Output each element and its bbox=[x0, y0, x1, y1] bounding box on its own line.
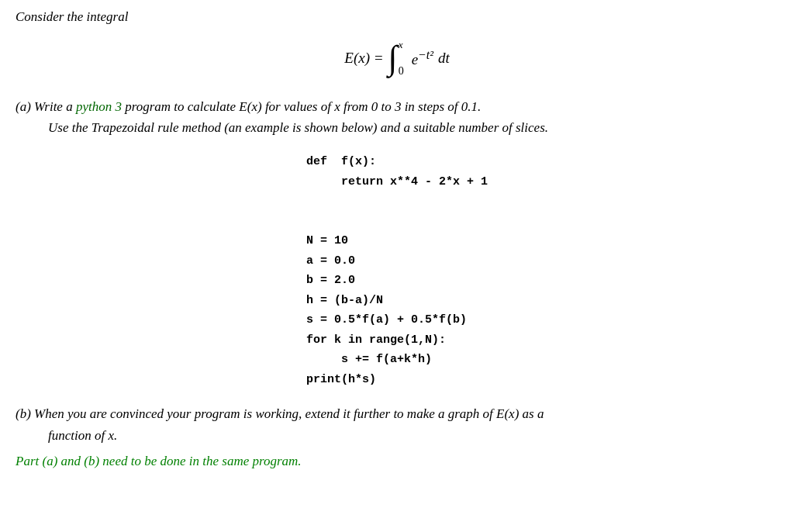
code-block: def f(x): return x**4 - 2*x + 1 N = 10 a… bbox=[16, 152, 778, 389]
code-line-blank1 bbox=[306, 192, 488, 212]
integral-limits: x 0 bbox=[399, 39, 404, 78]
integral-wrapper: ∫ x 0 bbox=[388, 39, 404, 78]
integral-symbol: ∫ bbox=[388, 41, 398, 75]
dt: dt bbox=[438, 50, 450, 67]
code-line-blank2 bbox=[306, 212, 488, 232]
part-a-text4: from 0 to 3 in steps of 0.1. bbox=[340, 99, 482, 114]
upper-limit: x bbox=[399, 39, 403, 51]
formula: E(x) = ∫ x 0 e−t² dt bbox=[344, 39, 449, 78]
formula-lhs: E(x) = bbox=[344, 50, 383, 67]
part-b-period: . bbox=[114, 428, 117, 443]
part-a-text3: for values of bbox=[262, 99, 335, 114]
integrand-exp: −t² bbox=[418, 48, 433, 61]
python-highlight: python 3 bbox=[76, 99, 122, 114]
code-line-9: print(h*s) bbox=[306, 370, 488, 390]
part-a-label: (a) bbox=[16, 99, 31, 114]
integrand-base: e bbox=[412, 51, 418, 67]
intro-text: Consider the integral bbox=[16, 9, 778, 25]
part-b-ex: E(x) bbox=[496, 406, 519, 421]
part-a: (a) Write a python 3 program to calculat… bbox=[16, 96, 778, 138]
code-line-2: N = 10 bbox=[306, 231, 488, 251]
part-b-indent: function of x. bbox=[48, 425, 778, 446]
code-inner: def f(x): return x**4 - 2*x + 1 N = 10 a… bbox=[306, 152, 488, 389]
part-b-indent-text: function of bbox=[48, 428, 108, 443]
formula-container: E(x) = ∫ x 0 e−t² dt bbox=[16, 39, 778, 78]
part-b: (b) When you are convinced your program … bbox=[16, 403, 778, 445]
code-line-1: return x**4 - 2*x + 1 bbox=[306, 172, 488, 192]
code-line-5: h = (b-a)/N bbox=[306, 291, 488, 311]
code-line-8: s += f(a+k*h) bbox=[306, 350, 488, 370]
part-a-text1: Write a bbox=[31, 99, 76, 114]
code-line-4: b = 2.0 bbox=[306, 271, 488, 291]
part-b-line1: (b) When you are convinced your program … bbox=[16, 403, 778, 424]
code-line-3: a = 0.0 bbox=[306, 251, 488, 271]
code-line-0: def f(x): bbox=[306, 152, 488, 172]
part-b-label: (b) bbox=[16, 406, 31, 421]
lower-limit: 0 bbox=[399, 65, 404, 78]
code-line-6: s = 0.5*f(a) + 0.5*f(b) bbox=[306, 310, 488, 330]
integrand: e−t² bbox=[412, 48, 433, 68]
part-a-ex: E(x) bbox=[239, 99, 261, 114]
code-line-7: for k in range(1,N): bbox=[306, 330, 488, 351]
part-a-line1: (a) Write a python 3 program to calculat… bbox=[16, 96, 778, 117]
part-b-text2: as a bbox=[519, 406, 544, 421]
part-note: Part (a) and (b) need to be done in the … bbox=[16, 454, 778, 469]
part-a-text2: program to calculate bbox=[122, 99, 239, 114]
part-a-indent: Use the Trapezoidal rule method (an exam… bbox=[48, 117, 778, 138]
part-b-text: When you are convinced your program is w… bbox=[31, 406, 496, 421]
part-b-x: x bbox=[108, 428, 114, 443]
part-a-x: x bbox=[334, 99, 340, 114]
